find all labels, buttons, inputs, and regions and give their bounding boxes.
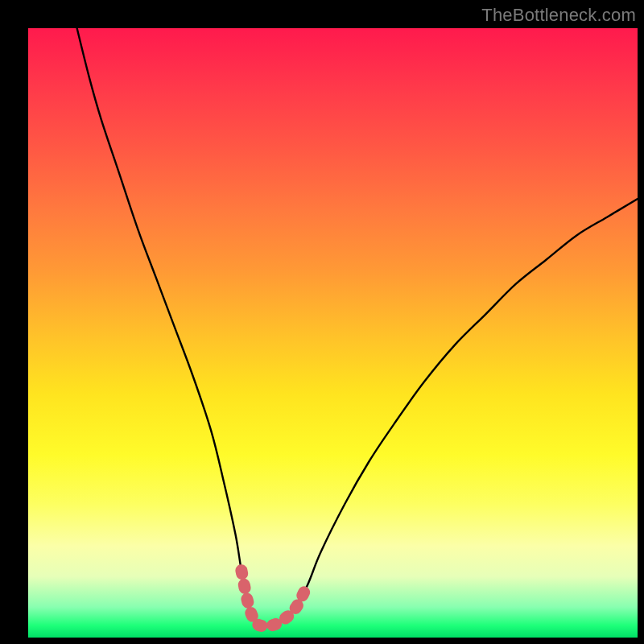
watermark-text: TheBottleneck.com bbox=[481, 5, 636, 26]
chart-frame: TheBottleneck.com bbox=[0, 0, 644, 644]
optimal-zone-highlight bbox=[242, 571, 308, 626]
plot-area bbox=[28, 28, 638, 638]
curve-layer bbox=[28, 28, 638, 638]
bottleneck-curve bbox=[77, 28, 638, 626]
